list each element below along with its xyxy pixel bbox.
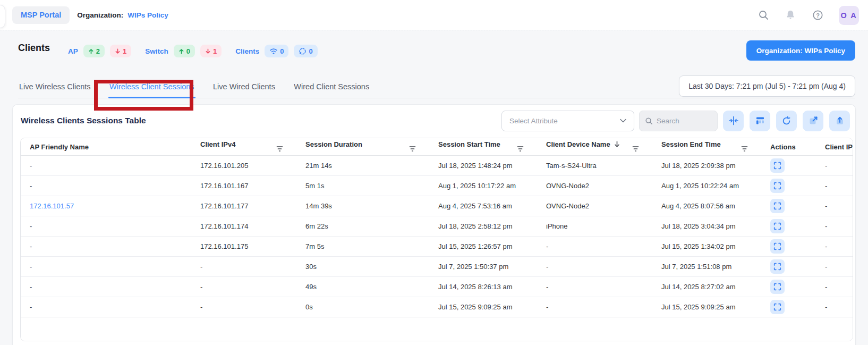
mesh-clients-badge[interactable]: 0 — [294, 45, 317, 57]
expand-row-button[interactable] — [770, 239, 785, 254]
cell-actions — [761, 156, 816, 176]
expand-row-button[interactable] — [770, 280, 785, 294]
col-label: Session Duration — [305, 140, 362, 148]
cell-ap-friendly-name: - — [21, 176, 191, 196]
cell-client-device-name: Tam-s-S24-Ultra — [537, 156, 652, 176]
empty-row — [21, 317, 853, 341]
search-icon[interactable] — [758, 10, 769, 21]
cell-ap-friendly-name: - — [21, 156, 191, 176]
cell-client-device-name: OVNG-Node2 — [537, 176, 652, 196]
cell-session-start-time: Jul 7, 2025 1:50:37 pm — [429, 257, 537, 277]
search-input[interactable] — [657, 117, 710, 125]
table-row: - - 49s Jul 14, 2025 8:26:13 am - Jul 14… — [21, 277, 853, 297]
col-label: Session Start Time — [438, 140, 500, 148]
tab-live-wired-clients[interactable]: Live Wired Clients — [212, 73, 276, 98]
mesh-clients-count: 0 — [309, 47, 312, 55]
cell-session-duration: 5m 1s — [296, 176, 429, 196]
cell-session-start-time: Jul 18, 2025 2:58:12 pm — [429, 216, 537, 237]
switch-down-badge[interactable]: 1 — [200, 45, 222, 57]
switch-up-badge[interactable]: 0 — [174, 45, 195, 57]
search-icon — [645, 117, 653, 125]
cell-client-ip: - — [816, 216, 853, 237]
filter-icon[interactable] — [276, 146, 283, 154]
wifi-icon — [269, 48, 278, 55]
cell-client-ipv4: 172.16.101.177 — [191, 196, 296, 216]
tab-live-wireless-clients[interactable]: Live Wireless Clients — [18, 73, 92, 98]
expand-row-button[interactable] — [770, 158, 785, 173]
expand-row-button[interactable] — [770, 259, 785, 274]
bell-icon[interactable] — [785, 10, 796, 21]
table-toolbar: Wireless Clients Sessions Table Select A… — [13, 105, 855, 137]
cell-session-start-time: Aug 4, 2025 7:53:16 am — [429, 196, 537, 216]
table-row: - 172.16.101.175 7m 5s Jul 15, 2025 1:26… — [21, 237, 853, 257]
filter-icon[interactable] — [741, 146, 748, 154]
table-row: - 172.16.101.174 6m 22s Jul 18, 2025 2:5… — [21, 216, 853, 237]
cell-actions — [761, 176, 816, 196]
col-label: Session End Time — [661, 140, 721, 148]
arrow-up-icon — [88, 48, 94, 54]
table-row: - 172.16.101.167 5m 1s Aug 1, 2025 10:17… — [21, 176, 853, 196]
col-client-ipv4: Client IPv4 — [191, 138, 296, 156]
filter-icon[interactable] — [409, 146, 416, 154]
cell-client-device-name: - — [537, 297, 652, 317]
cell-ap-friendly-name[interactable]: 172.16.101.57 — [21, 196, 191, 216]
attribute-select-value: Select Attribute — [509, 117, 558, 125]
organization-link[interactable]: WIPs Policy — [127, 11, 168, 19]
cell-session-end-time: Aug 4, 2025 8:07:56 am — [652, 196, 761, 216]
cell-client-ip: - — [816, 176, 853, 196]
cell-session-duration: 0s — [296, 297, 429, 317]
fullscreen-icon — [773, 202, 781, 210]
expand-row-button[interactable] — [770, 199, 785, 213]
columns-button[interactable] — [750, 111, 770, 131]
chevron-down-icon — [620, 119, 626, 123]
cell-session-start-time: Aug 1, 2025 10:17:22 am — [429, 176, 537, 196]
open-external-button[interactable] — [803, 111, 823, 131]
col-session-end-time: Session End Time — [652, 138, 761, 156]
expand-row-button[interactable] — [770, 219, 785, 233]
cell-session-start-time: Jul 14, 2025 8:26:13 am — [429, 277, 537, 297]
date-range-text: Last 30 Days: 7:21 pm (Jul 5) - 7:21 pm … — [688, 82, 846, 90]
organization-label: Organization: — [77, 11, 123, 19]
cell-actions — [761, 297, 816, 317]
fit-columns-button[interactable] — [723, 111, 744, 131]
cell-ap-friendly-name: - — [21, 277, 191, 297]
cell-client-ipv4: 172.16.101.174 — [191, 216, 296, 237]
tab-wired-client-sessions[interactable]: Wired Client Sessions — [293, 73, 370, 98]
sidebar-drawer-handle[interactable] — [0, 5, 5, 28]
date-range-picker[interactable]: Last 30 Days: 7:21 pm (Jul 5) - 7:21 pm … — [679, 75, 855, 97]
cell-session-duration: 14m 39s — [296, 196, 429, 216]
filter-icon[interactable] — [632, 146, 639, 154]
cell-client-ipv4: 172.16.101.205 — [191, 156, 296, 176]
col-session-duration: Session Duration — [296, 138, 429, 156]
arrow-up-icon — [178, 48, 184, 54]
refresh-button[interactable] — [776, 111, 797, 131]
avatar[interactable]: O A — [839, 6, 859, 25]
expand-row-button[interactable] — [770, 300, 785, 314]
table-title: Wireless Clients Sessions Table — [21, 116, 146, 125]
cell-ap-friendly-name: - — [21, 297, 191, 317]
ap-up-badge[interactable]: 2 — [83, 45, 105, 57]
fullscreen-icon — [773, 283, 781, 291]
export-button[interactable] — [829, 111, 850, 131]
organization-button[interactable]: Organization: WIPs Policy — [746, 40, 855, 61]
col-label: Client Device Name — [546, 140, 610, 148]
filter-icon[interactable] — [517, 146, 524, 154]
cell-client-ip: - — [816, 277, 853, 297]
help-icon[interactable]: ? — [812, 10, 823, 21]
msp-portal-button[interactable]: MSP Portal — [12, 6, 70, 24]
cell-client-ip: - — [816, 156, 853, 176]
wireless-clients-badge[interactable]: 0 — [265, 45, 288, 57]
device-summary-chips: AP 2 1 Switch 0 1 Clients 0 0 — [68, 45, 318, 57]
table-row: 172.16.101.57 172.16.101.177 14m 39s Aug… — [21, 196, 853, 216]
attribute-select[interactable]: Select Attribute — [501, 111, 634, 131]
fullscreen-icon — [773, 303, 781, 311]
ap-down-badge[interactable]: 1 — [110, 45, 131, 57]
col-label: AP Friendly Name — [30, 143, 89, 151]
cell-actions — [761, 257, 816, 277]
ap-up-count: 2 — [96, 47, 100, 55]
sort-desc-icon[interactable] — [614, 141, 620, 149]
expand-row-button[interactable] — [770, 179, 785, 193]
avatar-initials: O A — [840, 11, 857, 20]
cell-client-ipv4: - — [191, 257, 296, 277]
tab-wireless-client-sessions[interactable]: Wireless Client Sessions — [108, 73, 195, 98]
